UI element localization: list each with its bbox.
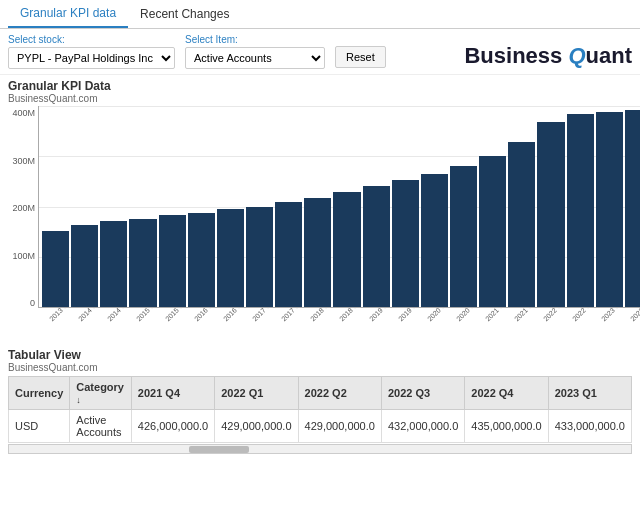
bar [450,166,477,307]
col-2023q1: 2023 Q1 [548,377,631,410]
bars-container [38,106,640,308]
col-category: Category ↓ [70,377,132,410]
x-axis: 2013 Q32014 Q12014 Q32015 Q12015 Q32016 … [41,308,640,344]
cell-2022q2: 429,000,000.0 [298,410,381,443]
table-scroll-container[interactable]: Currency Category ↓ 2021 Q4 2022 Q1 2022… [8,376,632,443]
controls-bar: Select stock: PYPL - PayPal Holdings Inc… [0,29,640,75]
bar [129,219,156,307]
cell-category: Active Accounts [70,410,132,443]
col-2022q4: 2022 Q4 [465,377,548,410]
bar [479,156,506,307]
table-row: USD Active Accounts 426,000,000.0 429,00… [9,410,632,443]
col-2022q1: 2022 Q1 [215,377,298,410]
bar [188,213,215,307]
chart-area: 400M 300M 200M 100M 0 2013 Q32014 Q12014… [0,104,640,344]
cell-2022q1: 429,000,000.0 [215,410,298,443]
bar [42,231,69,307]
col-currency: Currency [9,377,70,410]
y-axis: 400M 300M 200M 100M 0 [8,106,38,308]
bar [71,225,98,307]
y-label-300m: 300M [12,156,35,166]
bar [217,209,244,307]
chart-subtitle: BusinessQuant.com [8,93,632,104]
cell-2022q4: 435,000,000.0 [465,410,548,443]
tab-recent-changes[interactable]: Recent Changes [128,0,241,28]
bar [508,142,535,307]
reset-button[interactable]: Reset [335,46,386,68]
y-label-0: 0 [30,298,35,308]
item-control: Select Item: Active Accounts [185,34,325,69]
data-table: Currency Category ↓ 2021 Q4 2022 Q1 2022… [8,376,632,443]
col-2022q2: 2022 Q2 [298,377,381,410]
item-select[interactable]: Active Accounts [185,47,325,69]
stock-select[interactable]: PYPL - PayPal Holdings Inc [8,47,175,69]
y-label-200m: 200M [12,203,35,213]
bar [363,186,390,307]
bar [596,112,623,307]
tab-granular-kpi[interactable]: Granular KPI data [8,0,128,28]
chart-left: 400M 300M 200M 100M 0 2013 Q32014 Q12014… [8,106,640,344]
bar [246,207,273,308]
bar [159,215,186,307]
table-header-row: Currency Category ↓ 2021 Q4 2022 Q1 2022… [9,377,632,410]
chart-section: Granular KPI Data BusinessQuant.com [0,75,640,104]
y-label-400m: 400M [12,108,35,118]
bar [421,174,448,307]
stock-control: Select stock: PYPL - PayPal Holdings Inc [8,34,175,69]
brand-logo: Business Quant [464,43,632,69]
tab-bar: Granular KPI data Recent Changes [0,0,640,29]
table-section: Tabular View BusinessQuant.com Currency … [0,344,640,456]
bar [275,202,302,307]
col-2022q3: 2022 Q3 [381,377,464,410]
item-label: Select Item: [185,34,325,45]
table-subtitle: BusinessQuant.com [8,362,632,373]
scrollbar-thumb[interactable] [189,446,249,453]
bar [333,192,360,307]
col-2021q4: 2021 Q4 [131,377,214,410]
table-title: Tabular View [8,348,632,362]
bar [625,110,640,307]
cell-2022q3: 432,000,000.0 [381,410,464,443]
stock-label: Select stock: [8,34,175,45]
cell-currency: USD [9,410,70,443]
table-scrollbar[interactable] [8,444,632,454]
bar [304,198,331,307]
chart-title: Granular KPI Data [8,79,632,93]
bar [100,221,127,307]
cell-2023q1: 433,000,000.0 [548,410,631,443]
bar [392,180,419,307]
bar [537,122,564,307]
cell-2021q4: 426,000,000.0 [131,410,214,443]
bar [567,114,594,307]
y-label-100m: 100M [12,251,35,261]
